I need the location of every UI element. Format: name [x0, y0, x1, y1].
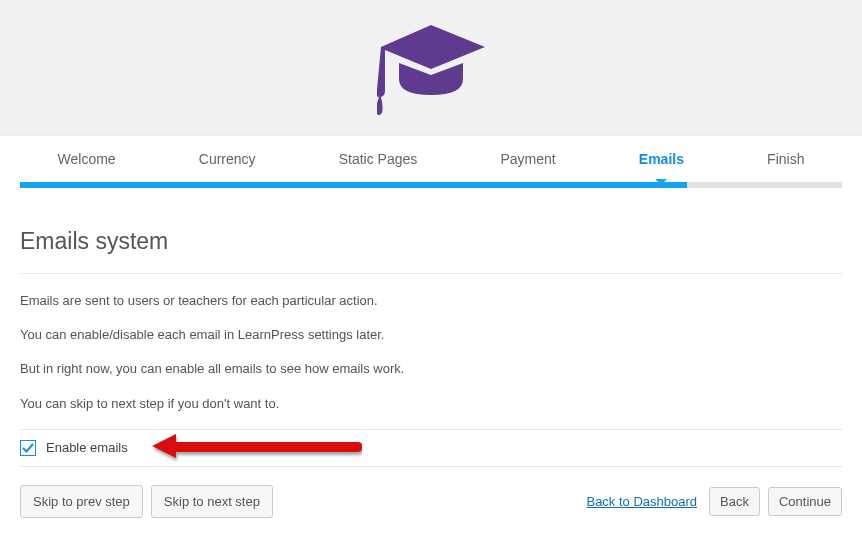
back-button[interactable]: Back [709, 487, 760, 516]
enable-emails-checkbox[interactable] [20, 440, 36, 456]
description-line: But in right now, you can enable all ema… [20, 360, 842, 378]
tab-payment[interactable]: Payment [500, 151, 555, 167]
skip-next-button[interactable]: Skip to next step [151, 485, 273, 518]
tab-emails[interactable]: Emails [639, 151, 684, 167]
wizard-header [0, 0, 862, 136]
tab-static-pages[interactable]: Static Pages [339, 151, 418, 167]
wizard-footer: Skip to prev step Skip to next step Back… [20, 467, 842, 533]
page-title: Emails system [20, 208, 842, 274]
tab-finish[interactable]: Finish [767, 151, 804, 167]
check-icon [22, 442, 34, 454]
graduation-cap-icon [377, 25, 485, 117]
wizard-tabs: Welcome Currency Static Pages Payment Em… [0, 136, 862, 182]
enable-emails-label[interactable]: Enable emails [46, 440, 128, 455]
skip-prev-button[interactable]: Skip to prev step [20, 485, 143, 518]
wizard-progressbar [20, 182, 842, 188]
back-to-dashboard-link[interactable]: Back to Dashboard [586, 494, 697, 509]
continue-button[interactable]: Continue [768, 487, 842, 516]
tab-currency[interactable]: Currency [199, 151, 256, 167]
annotation-arrow-icon [152, 434, 362, 462]
enable-emails-row: Enable emails [20, 429, 842, 467]
description-line: Emails are sent to users or teachers for… [20, 292, 842, 310]
description-line: You can enable/disable each email in Lea… [20, 326, 842, 344]
description-line: You can skip to next step if you don't w… [20, 395, 842, 413]
tab-welcome[interactable]: Welcome [58, 151, 116, 167]
